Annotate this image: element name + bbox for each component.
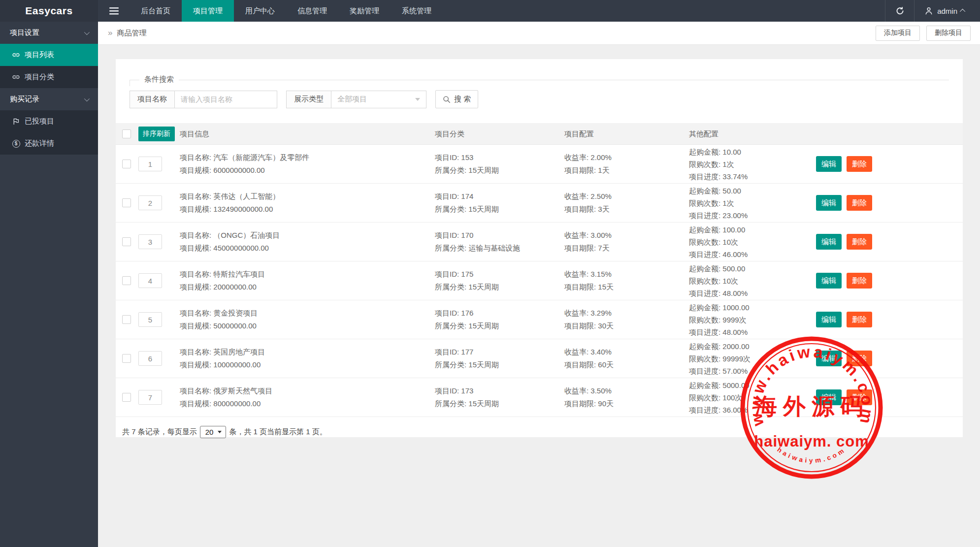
- row-checkbox[interactable]: [122, 160, 131, 168]
- delete-button[interactable]: 删除: [847, 351, 872, 366]
- display-type-group: 展示类型 全部项目: [286, 91, 426, 108]
- project-name-label: 项目名称:: [180, 348, 213, 356]
- min-amount-value: 5000.00: [722, 381, 749, 389]
- edit-button[interactable]: 编辑: [816, 156, 842, 172]
- progress-value: 23.00%: [722, 211, 748, 220]
- other-config-cell: 起购金额: 2000.00 限购次数: 99999次 项目进度: 57.00%: [689, 340, 816, 377]
- project-name-label: 项目名称:: [180, 153, 213, 161]
- sidebar-group-purchase-records[interactable]: 购买记录: [0, 88, 98, 110]
- edit-button[interactable]: 编辑: [816, 195, 842, 211]
- admin-page: { "colors": { "accent_teal": "#009688", …: [0, 0, 980, 547]
- page-size-select[interactable]: 20: [200, 426, 227, 438]
- project-id-value: 175: [461, 270, 473, 278]
- chevron-up-icon: [960, 9, 965, 14]
- delete-button[interactable]: 删除: [847, 234, 872, 250]
- row-sort-input[interactable]: [138, 390, 162, 405]
- search-button[interactable]: 搜 索: [435, 90, 478, 108]
- edit-button[interactable]: 编辑: [816, 273, 842, 289]
- project-cat-value: 运输与基础设施: [468, 244, 520, 252]
- row-checkbox[interactable]: [122, 393, 131, 402]
- edit-button[interactable]: 编辑: [816, 234, 842, 250]
- project-name-value: 英伟达（人工智能）: [213, 192, 280, 200]
- project-name-input[interactable]: [175, 91, 277, 108]
- delete-button[interactable]: 删除: [847, 156, 872, 172]
- row-sort-input[interactable]: [138, 312, 162, 327]
- delete-button[interactable]: 删除: [847, 312, 872, 327]
- row-sort-input[interactable]: [138, 273, 162, 288]
- delete-project-button[interactable]: 删除项目: [926, 26, 971, 41]
- project-name-label: 项目名称:: [180, 192, 213, 200]
- row-checkbox[interactable]: [122, 354, 131, 363]
- nav-item-system-management[interactable]: 系统管理: [391, 0, 443, 22]
- link-icon: [12, 51, 20, 59]
- row-checkbox[interactable]: [122, 276, 131, 285]
- limit-label: 限购次数:: [689, 199, 722, 207]
- row-checkbox[interactable]: [122, 315, 131, 324]
- add-project-button[interactable]: 添加项目: [876, 26, 920, 41]
- pagination-prefix: 共 7 条记录，每页显示: [122, 427, 197, 437]
- project-info-cell: 项目名称: 汽车（新能源汽车）及零部件 项目规模: 6000000000.00: [180, 151, 435, 177]
- row-sort-input[interactable]: [138, 195, 162, 210]
- project-name-value: 英国房地产项目: [213, 348, 265, 356]
- nav-item-project-management[interactable]: 项目管理: [182, 0, 234, 22]
- row-sort-input[interactable]: [138, 234, 162, 249]
- edit-button[interactable]: 编辑: [816, 351, 842, 366]
- row-checkbox[interactable]: [122, 198, 131, 207]
- term-value: 30天: [598, 322, 614, 330]
- display-type-label: 展示类型: [286, 91, 331, 108]
- rate-label: 收益率:: [564, 348, 590, 356]
- delete-button[interactable]: 删除: [847, 389, 872, 405]
- limit-value: 1次: [722, 199, 734, 207]
- project-scale-label: 项目规模:: [180, 360, 213, 369]
- refresh-icon: [895, 6, 905, 16]
- admin-menu[interactable]: admin: [915, 0, 980, 22]
- project-id-value: 153: [461, 153, 473, 161]
- caret-down-icon: [218, 431, 222, 433]
- sidebar-group-project-settings[interactable]: 项目设置: [0, 22, 98, 44]
- sidebar-item-label: 还款详情: [25, 139, 54, 148]
- table-row: 项目名称: （ONGC）石油项目 项目规模: 45000000000.00 项目…: [116, 223, 963, 261]
- sort-refresh-button[interactable]: 排序刷新: [138, 127, 175, 141]
- topbar: Easycars 后台首页 项目管理 用户中心 信息管理 奖励管理 系统管理: [0, 0, 980, 22]
- nav-item-reward-management[interactable]: 奖励管理: [338, 0, 391, 22]
- term-label: 项目期限:: [564, 360, 598, 369]
- term-label: 项目期限:: [564, 166, 598, 174]
- edit-button[interactable]: 编辑: [816, 312, 842, 327]
- refresh-button[interactable]: [885, 0, 914, 22]
- limit-label: 限购次数:: [689, 238, 722, 246]
- project-name-value: 黄金投资项目: [213, 309, 258, 317]
- sidebar-item-repayment-details[interactable]: $ 还款详情: [0, 132, 98, 155]
- nav-item-home[interactable]: 后台首页: [130, 0, 182, 22]
- delete-button[interactable]: 删除: [847, 195, 872, 211]
- breadcrumb-arrow-icon: »: [108, 28, 112, 38]
- limit-label: 限购次数:: [689, 316, 722, 324]
- sidebar-item-invested-projects[interactable]: 已投项目: [0, 110, 98, 132]
- breadcrumb-bar: » 商品管理 添加项目 删除项目: [98, 22, 980, 45]
- project-config-cell: 收益率: 2.50% 项目期限: 3天: [564, 190, 689, 216]
- project-category-cell: 项目ID: 176 所属分类: 15天周期: [435, 307, 564, 332]
- sidebar-item-project-list[interactable]: 项目列表: [0, 44, 98, 66]
- delete-button[interactable]: 删除: [847, 273, 872, 289]
- limit-label: 限购次数:: [689, 160, 722, 168]
- row-checkbox[interactable]: [122, 237, 131, 246]
- project-config-cell: 收益率: 3.15% 项目期限: 15天: [564, 268, 689, 293]
- search-form: 项目名称 展示类型 全部项目 搜 索: [130, 80, 949, 110]
- limit-label: 限购次数:: [689, 393, 722, 402]
- limit-value: 10次: [722, 277, 738, 285]
- project-id-label: 项目ID:: [435, 192, 461, 200]
- term-label: 项目期限:: [564, 399, 598, 408]
- progress-value: 36.00%: [722, 406, 748, 414]
- row-sort-input[interactable]: [138, 157, 162, 171]
- row-sort-input[interactable]: [138, 351, 162, 366]
- rate-value: 3.40%: [590, 348, 612, 356]
- select-all-checkbox[interactable]: [122, 129, 131, 138]
- sidebar-toggle-button[interactable]: [98, 0, 130, 22]
- rate-value: 2.00%: [590, 153, 612, 161]
- nav-item-user-center[interactable]: 用户中心: [234, 0, 286, 22]
- project-cat-label: 所属分类:: [435, 205, 468, 213]
- nav-item-info-management[interactable]: 信息管理: [286, 0, 338, 22]
- sidebar-item-project-category[interactable]: 项目分类: [0, 66, 98, 88]
- sidebar-item-label: 已投项目: [25, 117, 54, 126]
- edit-button[interactable]: 编辑: [816, 389, 842, 405]
- display-type-select[interactable]: 全部项目: [331, 91, 426, 108]
